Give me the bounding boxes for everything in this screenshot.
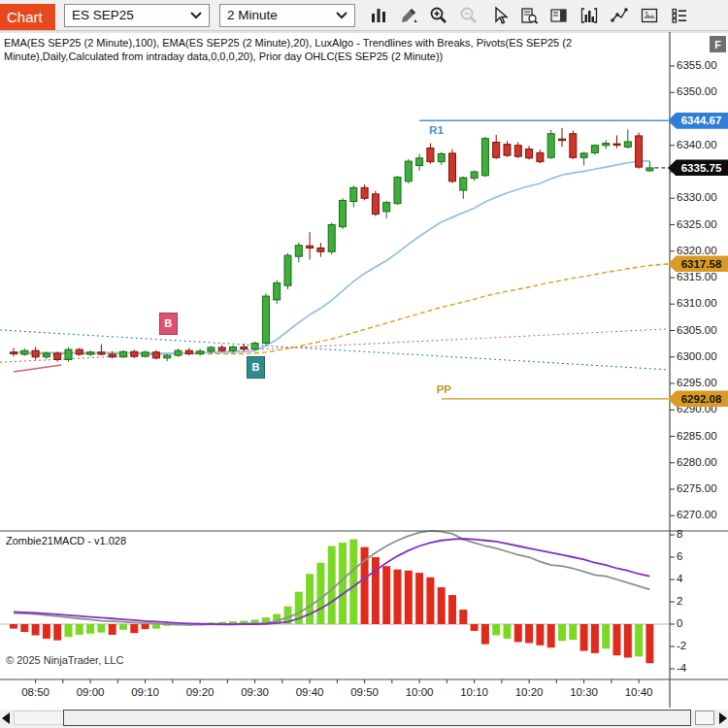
price-tag: 6344.67 [668,113,728,129]
trendline-break-marker: B [247,356,265,379]
time-tick-label: 09:30 [236,686,275,698]
fullscreen-button[interactable]: F [710,36,726,52]
chart-canvas[interactable] [0,0,728,728]
macd-tick-label: 2 [677,595,682,607]
time-tick-label: 09:50 [346,686,384,698]
time-tick-label: 08:50 [17,686,55,698]
time-tick-label: 09:20 [181,686,219,698]
scroll-right-arrow-icon[interactable] [719,712,727,724]
time-tick-label: 09:00 [71,686,110,698]
price-tag: 6335.75 [668,159,728,176]
price-tick-label: 6275.00 [677,482,717,494]
price-tick-label: 6340.00 [677,139,717,150]
macd-tick-label: 6 [677,550,682,562]
macd-panel-label: Zombie21MACD - v1.028 [6,535,126,546]
price-tick-label: 6300.00 [677,350,717,362]
horizontal-scrollbar [0,710,728,728]
price-tick-label: 6315.00 [677,271,717,282]
r1-pivot-label: R1 [429,124,444,136]
macd-tick-label: -2 [677,640,686,651]
time-tick-label: 09:40 [290,686,329,698]
price-tick-label: 6280.00 [677,456,717,468]
price-tick-label: 6305.00 [677,324,717,336]
scrollbar-thumb[interactable] [63,710,691,726]
time-tick-label: 10:30 [565,686,604,698]
price-tick-label: 6310.00 [677,297,717,309]
price-tick-label: 6295.00 [677,377,717,388]
price-tick-label: 6285.00 [677,430,717,442]
macd-tick-label: 4 [677,573,682,584]
macd-tick-label: -4 [677,662,686,674]
scroll-end-box[interactable] [695,711,714,725]
price-tick-label: 6320.00 [677,245,717,256]
price-tick-label: 6325.00 [677,218,717,230]
price-tick-label: 6355.00 [677,59,717,71]
time-tick-label: 10:20 [510,686,548,698]
price-tag: 6317.58 [668,255,728,272]
macd-tick-label: 0 [677,617,682,629]
time-tick-label: 10:00 [400,686,439,698]
chart-window: Chart ES SEP25 2 Minute EMA(ES SEP25 (2 … [0,0,728,728]
scroll-left-arrow-icon[interactable] [2,712,10,724]
price-tick-label: 6270.00 [677,509,717,520]
price-tag: 6292.08 [668,390,728,407]
indicator-summary: EMA(ES SEP25 (2 Minute),100), EMA(ES SEP… [4,36,650,63]
copyright-text: © 2025 NinjaTrader, LLC [6,654,123,666]
price-tick-label: 6350.00 [677,85,717,97]
time-tick-label: 09:10 [126,686,165,698]
pp-pivot-label: PP [437,383,451,395]
macd-tick-label: 8 [677,528,682,540]
trendline-break-marker: B [159,313,178,335]
price-tick-label: 6330.00 [677,191,717,203]
time-tick-label: 10:10 [455,686,494,698]
time-tick-label: 10:40 [619,686,658,698]
